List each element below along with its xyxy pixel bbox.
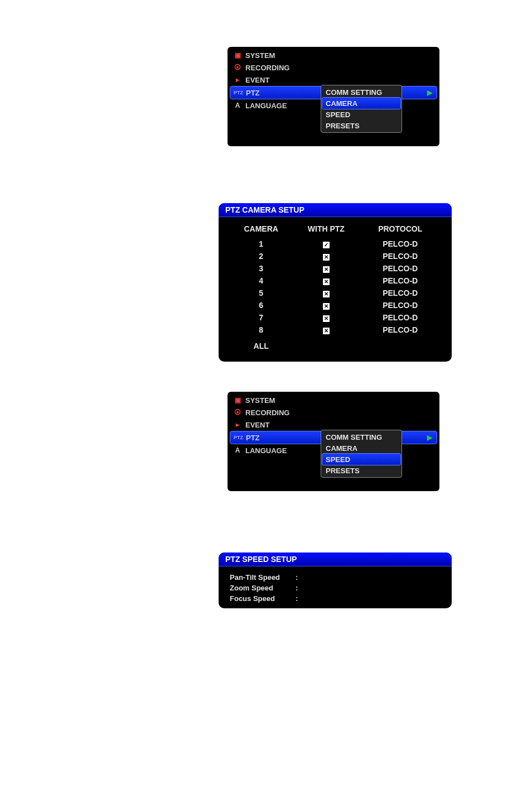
- ptz-icon: PTZ: [234, 435, 243, 440]
- table-row-all[interactable]: ALL: [230, 336, 441, 352]
- submenu-comm-setting[interactable]: COMM SETTING: [322, 87, 400, 98]
- event-icon: ▸: [233, 76, 242, 84]
- submenu-camera[interactable]: CAMERA: [322, 97, 401, 109]
- submenu-speed[interactable]: SPEED: [322, 109, 400, 120]
- ptz-submenu: COMM SETTING CAMERA SPEED PRESETS: [321, 85, 402, 133]
- with-ptz-toggle[interactable]: ✕: [323, 278, 330, 285]
- submenu-arrow-icon: ▶: [427, 89, 432, 97]
- table-row[interactable]: 4✕PELCO-D: [230, 275, 441, 287]
- col-header-with-ptz: WITH PTZ: [292, 223, 360, 238]
- with-ptz-toggle[interactable]: ✕: [323, 328, 330, 334]
- menu-label: RECORDING: [245, 64, 289, 72]
- menu-item-system[interactable]: ▣ SYSTEM: [228, 394, 439, 406]
- table-row[interactable]: 6✕PELCO-D: [230, 299, 441, 311]
- speed-row-zoom[interactable]: Zoom Speed :: [230, 583, 441, 593]
- panel-title: PTZ SPEED SETUP: [219, 552, 452, 566]
- table-row[interactable]: 2✕PELCO-D: [230, 250, 441, 262]
- with-ptz-toggle[interactable]: ✕: [323, 291, 330, 297]
- menu-label: LANGUAGE: [245, 102, 287, 110]
- system-icon: ▣: [233, 51, 242, 59]
- menu-item-recording[interactable]: ⦿ RECORDING: [228, 406, 439, 419]
- language-icon: A: [233, 102, 242, 109]
- panel-title: PTZ CAMERA SETUP: [219, 203, 452, 217]
- submenu-presets[interactable]: PRESETS: [322, 465, 400, 476]
- camera-table: CAMERA WITH PTZ PROTOCOL 1✓PELCO-D 2✕PEL…: [230, 223, 441, 352]
- submenu-camera[interactable]: CAMERA: [322, 443, 400, 454]
- submenu-speed[interactable]: SPEED: [322, 453, 401, 465]
- recording-icon: ⦿: [233, 64, 242, 71]
- menu-label: LANGUAGE: [245, 446, 287, 455]
- recording-icon: ⦿: [233, 409, 242, 416]
- with-ptz-toggle[interactable]: ✕: [323, 315, 330, 322]
- submenu-arrow-icon: ▶: [427, 434, 432, 441]
- ptz-submenu: COMM SETTING CAMERA SPEED PRESETS: [321, 430, 402, 478]
- with-ptz-toggle[interactable]: ✕: [323, 254, 330, 261]
- event-icon: ▸: [233, 421, 242, 429]
- menu-label: EVENT: [245, 421, 269, 429]
- submenu-presets[interactable]: PRESETS: [322, 120, 400, 131]
- menu-label: RECORDING: [245, 409, 289, 417]
- table-row[interactable]: 1✓PELCO-D: [230, 238, 441, 250]
- table-row[interactable]: 7✕PELCO-D: [230, 311, 441, 324]
- menu-item-event[interactable]: ▸ EVENT: [228, 419, 439, 431]
- table-row[interactable]: 8✕PELCO-D: [230, 324, 441, 336]
- with-ptz-toggle[interactable]: ✕: [323, 303, 330, 310]
- submenu-comm-setting[interactable]: COMM SETTING: [322, 431, 400, 443]
- menu-item-recording[interactable]: ⦿ RECORDING: [228, 61, 439, 74]
- menu-item-system[interactable]: ▣ SYSTEM: [228, 49, 439, 61]
- menu-label: EVENT: [245, 76, 269, 84]
- menu-item-event[interactable]: ▸ EVENT: [228, 74, 439, 86]
- with-ptz-toggle[interactable]: ✓: [323, 242, 330, 248]
- ptz-icon: PTZ: [234, 90, 243, 95]
- table-row[interactable]: 3✕PELCO-D: [230, 262, 441, 275]
- system-icon: ▣: [233, 396, 242, 404]
- col-header-camera: CAMERA: [230, 223, 292, 238]
- speed-row-focus[interactable]: Focus Speed :: [230, 593, 441, 604]
- table-row[interactable]: 5✕PELCO-D: [230, 287, 441, 299]
- menu-label: PTZ: [246, 89, 260, 97]
- menu-label: PTZ: [246, 434, 260, 442]
- language-icon: A: [233, 446, 242, 454]
- with-ptz-toggle[interactable]: ✕: [323, 266, 330, 273]
- speed-row-pantilt[interactable]: Pan-Tilt Speed :: [230, 572, 441, 583]
- menu-label: SYSTEM: [245, 396, 275, 405]
- col-header-protocol: PROTOCOL: [360, 223, 441, 238]
- menu-label: SYSTEM: [245, 51, 275, 60]
